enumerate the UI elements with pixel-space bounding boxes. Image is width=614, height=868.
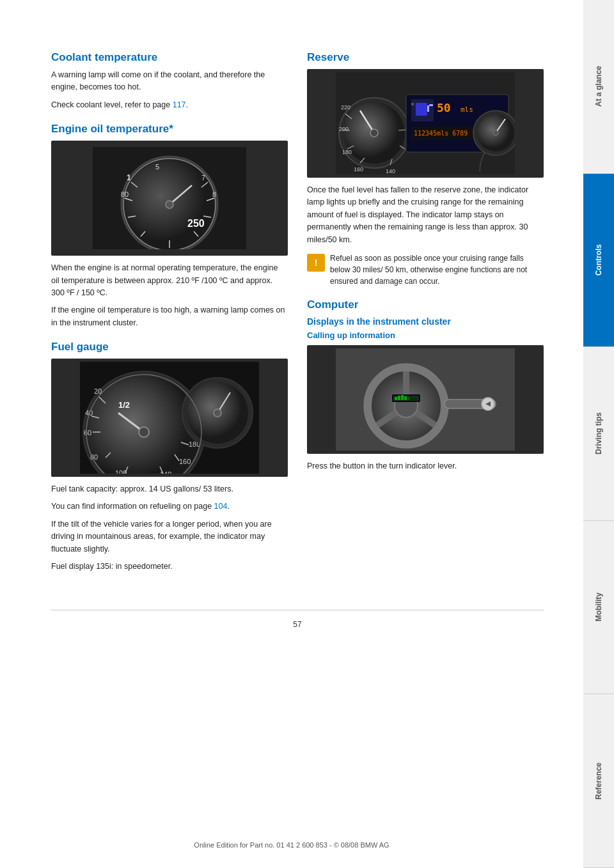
svg-rect-96 (398, 396, 400, 400)
svg-rect-99 (407, 397, 410, 400)
coolant-page-link[interactable]: 117 (173, 100, 186, 109)
svg-rect-95 (395, 397, 397, 400)
svg-point-20 (166, 201, 173, 208)
calling-up-subsubtitle: Calling up information (307, 330, 544, 340)
fuel-gauge-section: Fuel gauge (51, 341, 288, 573)
reserve-title: Reserve (307, 51, 544, 64)
svg-text:112345mls  6789: 112345mls 6789 (414, 130, 468, 137)
reserve-svg: 220 200 180 160 140 (336, 72, 515, 174)
footer-text: Online Edition for Part no. 01 41 2 600 … (0, 841, 583, 849)
fuel-gauge-title: Fuel gauge (51, 341, 288, 353)
sidebar-reference[interactable]: Reference (583, 694, 614, 868)
computer-title: Computer (307, 298, 544, 311)
fuel-gauge-para4: Fuel display 135i: in speedometer. (51, 561, 288, 573)
svg-text:50: 50 (437, 101, 451, 114)
sidebar-driving-tips-label: Driving tips (594, 412, 603, 454)
coolant-section: Coolant temperature A warning lamp will … (51, 51, 288, 111)
svg-text:160: 160 (179, 458, 191, 465)
coolant-para1: A warning lamp will come on if the coola… (51, 69, 288, 94)
fuel-gauge-svg: 20 40 60 80 100 120 140 160 180 (80, 362, 259, 474)
coolant-para2: Check coolant level, refer to page 117. (51, 99, 288, 111)
fuel-gauge-para2: You can find information on refueling on… (51, 500, 288, 513)
fuel-gauge-para1: Fuel tank capacity: approx. 14 US gallon… (51, 483, 288, 495)
reserve-para1: Once the fuel level has fallen to the re… (307, 184, 544, 246)
warning-icon: ! (307, 254, 325, 272)
fuel-gauge-image: 20 40 60 80 100 120 140 160 180 (51, 359, 288, 477)
fuel-page-link[interactable]: 104 (214, 502, 228, 511)
svg-text:60: 60 (84, 429, 91, 437)
sidebar-mobility-label: Mobility (594, 593, 603, 621)
reserve-section: Reserve (307, 51, 544, 287)
svg-rect-73 (411, 103, 414, 105)
svg-point-81 (493, 130, 498, 136)
sidebar-at-a-glance-label: At a glance (594, 66, 603, 107)
computer-section: Computer Displays in the instrument clus… (307, 298, 544, 472)
page-footer-area: 57 Online Edition for Part no. 01 41 2 6… (51, 610, 544, 629)
svg-rect-98 (404, 396, 407, 400)
page-number: 57 (51, 620, 544, 629)
svg-text:220: 220 (341, 104, 350, 111)
svg-text:80: 80 (90, 453, 98, 461)
engine-oil-para1: When the engine is at normal operating t… (51, 262, 288, 299)
sidebar-driving-tips[interactable]: Driving tips (583, 347, 614, 521)
svg-point-67 (370, 129, 378, 137)
sidebar-at-a-glance[interactable]: At a glance (583, 0, 614, 174)
svg-text:180: 180 (342, 149, 352, 155)
fuel-gauge-para3: If the tilt of the vehicle varies for a … (51, 518, 288, 555)
computer-para1: Press the button in the turn indicator l… (307, 460, 544, 472)
svg-text:200: 200 (339, 126, 349, 132)
sidebar-controls-label: Controls (594, 244, 603, 275)
svg-text:140: 140 (160, 470, 171, 474)
svg-rect-100 (411, 398, 413, 400)
svg-rect-101 (414, 398, 416, 400)
reserve-warning-box: ! Refuel as soon as possible once your c… (307, 252, 544, 287)
computer-image (307, 345, 544, 454)
svg-text:100: 100 (115, 469, 127, 474)
coolant-title: Coolant temperature (51, 51, 288, 64)
svg-text:5: 5 (155, 163, 159, 171)
engine-oil-gauge-svg: 1 80 5 7 8 250 (93, 147, 246, 249)
svg-text:160: 160 (354, 166, 363, 173)
reserve-warning-text: Refuel as soon as possible once your cru… (330, 252, 544, 287)
svg-text:250: 250 (187, 218, 205, 229)
sidebar-controls[interactable]: Controls (583, 174, 614, 348)
engine-oil-section: Engine oil temperature* (51, 123, 288, 329)
svg-rect-97 (401, 395, 404, 400)
instrument-cluster-subtitle: Displays in the instrument cluster (307, 316, 544, 327)
engine-oil-para2: If the engine oil temperature is too hig… (51, 304, 288, 329)
svg-point-44 (139, 427, 149, 437)
svg-rect-72 (429, 104, 433, 106)
svg-rect-70 (416, 103, 427, 116)
reserve-image: 220 200 180 160 140 (307, 69, 544, 178)
sidebar-reference-label: Reference (594, 763, 603, 800)
engine-oil-title: Engine oil temperature* (51, 123, 288, 136)
svg-text:mls: mls (460, 105, 473, 114)
engine-oil-image: 1 80 5 7 8 250 (51, 141, 288, 256)
computer-svg (336, 348, 515, 451)
svg-rect-71 (427, 105, 429, 112)
chapter-sidebar: At a glance Controls Driving tips Mobili… (583, 0, 614, 868)
sidebar-mobility[interactable]: Mobility (583, 521, 614, 695)
svg-text:140: 140 (386, 168, 395, 174)
svg-text:1/2: 1/2 (118, 400, 130, 410)
svg-point-49 (214, 409, 221, 417)
